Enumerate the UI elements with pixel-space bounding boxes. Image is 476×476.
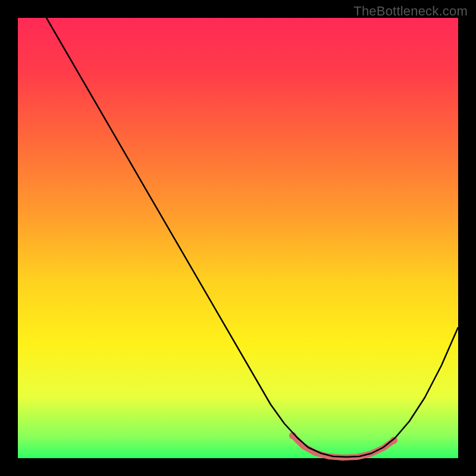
chart-frame: TheBottleneck.com	[0, 0, 476, 476]
watermark-text: TheBottleneck.com	[353, 4, 468, 19]
bottleneck-chart	[0, 0, 476, 476]
